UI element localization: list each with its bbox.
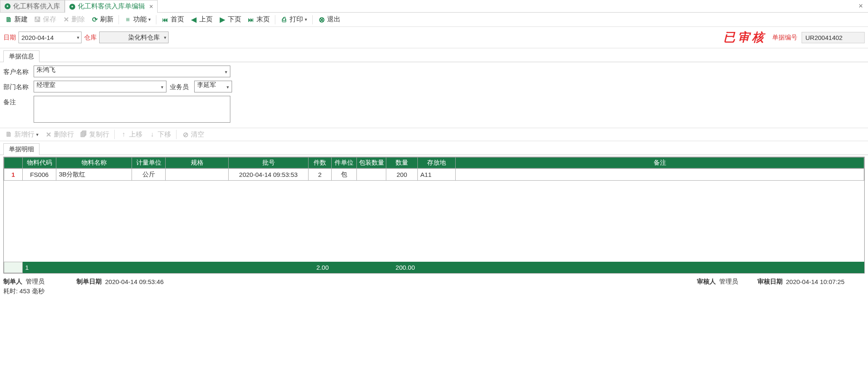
creator-label: 制单人: [3, 278, 22, 286]
save-icon: 🖫: [34, 16, 41, 24]
prev-page-button[interactable]: 上页: [187, 14, 215, 25]
refresh-label: 刷新: [100, 15, 113, 24]
separator: [312, 15, 313, 24]
last-page-button[interactable]: 末页: [245, 14, 272, 25]
delete-row-button[interactable]: ✕ 删除行: [42, 129, 77, 140]
remark-textarea[interactable]: [34, 96, 230, 123]
close-icon[interactable]: ×: [149, 3, 153, 11]
doc-code-value: UR20041402: [805, 34, 842, 41]
new-button[interactable]: 🗎 新建: [3, 14, 30, 25]
delete-button[interactable]: ✕ 删除: [60, 14, 87, 25]
move-down-label: 下移: [158, 130, 171, 139]
cell-remark[interactable]: [456, 169, 864, 181]
arrow-up-icon: [120, 131, 127, 138]
table-row[interactable]: 1 FS006 3B分散红 公斤 2020-04-14 09:53:53 2 包…: [4, 169, 864, 181]
move-down-button[interactable]: 下移: [146, 129, 174, 140]
warehouse-label: 仓库: [84, 34, 97, 42]
delete-row-label: 删除行: [54, 130, 74, 139]
customer-select[interactable]: 朱鸿飞 ▾: [34, 66, 230, 77]
date-value: 2020-04-14: [21, 34, 54, 41]
cell-pcs[interactable]: 2: [309, 169, 332, 181]
section-info-tab[interactable]: 单据信息: [3, 50, 40, 62]
customer-label: 客户名称: [3, 66, 30, 76]
elapsed-time: 耗时: 453 毫秒: [0, 287, 868, 296]
separator: [156, 15, 156, 24]
sales-select[interactable]: 李延军 ▾: [194, 81, 232, 92]
chevron-down-icon: ▾: [164, 35, 166, 40]
col-pcs-unit[interactable]: 件单位: [332, 158, 357, 168]
totals-count: 1: [23, 262, 56, 273]
footer: 制单人 管理员 制单日期 2020-04-14 09:53:46 审核人 管理员…: [0, 274, 868, 287]
main-toolbar: 🗎 新建 🖫 保存 ✕ 删除 刷新 功能 ▾ 首页 上页 下页 末页 打印 ▾: [0, 13, 868, 27]
col-pack-qty[interactable]: 包装数量: [357, 158, 386, 168]
totals-cell: [357, 262, 386, 273]
cell-pcs-unit[interactable]: 包: [332, 169, 357, 181]
next-label: 下页: [228, 15, 241, 24]
print-label: 打印: [290, 15, 303, 24]
doc-code-label: 单据编号: [772, 34, 797, 42]
move-up-label: 上移: [129, 130, 142, 139]
move-up-button[interactable]: 上移: [117, 129, 145, 140]
function-button[interactable]: 功能 ▾: [121, 14, 153, 25]
add-row-label: 新增行: [14, 130, 34, 139]
add-row-button[interactable]: 新增行 ▾: [3, 129, 41, 140]
first-icon: [161, 16, 169, 24]
exit-button[interactable]: 退出: [315, 14, 343, 25]
clear-rows-label: 清空: [191, 130, 204, 139]
dept-value: 经理室: [37, 81, 55, 88]
tab-list[interactable]: ✦ 化工料客供入库: [0, 0, 65, 12]
next-icon: [219, 16, 226, 24]
separator: [176, 130, 177, 139]
first-page-button[interactable]: 首页: [159, 14, 187, 25]
section-detail-tab[interactable]: 单据明细: [3, 143, 40, 155]
cell-rownum: 1: [4, 169, 23, 181]
next-page-button[interactable]: 下页: [216, 14, 244, 25]
col-qty[interactable]: 数量: [386, 158, 418, 168]
warehouse-value: 染化料仓库: [128, 34, 160, 42]
creator-value: 管理员: [26, 278, 45, 286]
tab-edit[interactable]: ✦ 化工料客供入库单编辑 ×: [65, 0, 158, 13]
col-rownum[interactable]: [4, 158, 23, 168]
clear-rows-button[interactable]: 清空: [179, 129, 207, 140]
col-batch[interactable]: 批号: [229, 158, 309, 168]
create-date-value: 2020-04-14 09:53:46: [105, 278, 164, 285]
refresh-button[interactable]: 刷新: [88, 14, 116, 25]
cell-spec[interactable]: [166, 169, 229, 181]
cell-batch[interactable]: 2020-04-14 09:53:53: [229, 169, 309, 181]
grid: 物料代码 物料名称 计量单位 规格 批号 件数 件单位 包装数量 数量 存放地 …: [3, 157, 865, 274]
date-label: 日期: [3, 34, 16, 42]
col-spec[interactable]: 规格: [166, 158, 229, 168]
col-remark[interactable]: 备注: [456, 158, 864, 168]
col-uom[interactable]: 计量单位: [132, 158, 166, 168]
globe-icon: ✦: [69, 4, 75, 10]
cell-pack-qty[interactable]: [357, 169, 386, 181]
cell-loc[interactable]: A11: [418, 169, 456, 181]
date-picker[interactable]: 2020-04-14 ▾: [18, 32, 82, 43]
cell-name[interactable]: 3B分散红: [56, 169, 132, 181]
list-icon: [124, 16, 132, 24]
clear-icon: [182, 131, 189, 138]
col-loc[interactable]: 存放地: [418, 158, 456, 168]
audit-date-label: 审核日期: [757, 278, 783, 286]
warehouse-select[interactable]: 染化料仓库 ▾: [99, 32, 169, 43]
col-code[interactable]: 物料代码: [23, 158, 56, 168]
print-button[interactable]: 打印 ▾: [278, 14, 310, 25]
copy-row-button[interactable]: 复制行: [77, 129, 112, 140]
doc-icon: 🗎: [5, 16, 13, 24]
totals-cell: [229, 262, 309, 273]
dept-select[interactable]: 经理室 ▾: [34, 81, 166, 92]
tab-edit-label: 化工料客供入库单编辑: [78, 2, 145, 11]
filter-bar: 日期 2020-04-14 ▾ 仓库 染化料仓库 ▾ 已审核 单据编号 UR20…: [0, 27, 868, 48]
col-name[interactable]: 物料名称: [56, 158, 132, 168]
totals-blank: [4, 262, 23, 273]
totals-cell: [332, 262, 357, 273]
totals-cell: [132, 262, 166, 273]
cell-qty[interactable]: 200: [386, 169, 418, 181]
close-all-icon[interactable]: ×: [853, 0, 868, 12]
cell-uom[interactable]: 公斤: [132, 169, 166, 181]
col-pcs[interactable]: 件数: [309, 158, 332, 168]
cell-code[interactable]: FS006: [23, 169, 56, 181]
save-button[interactable]: 🖫 保存: [31, 14, 59, 25]
sales-label: 业务员: [170, 81, 191, 91]
form-area: 客户名称 朱鸿飞 ▾ 部门名称 经理室 ▾ 业务员 李延军 ▾ 备注: [0, 62, 868, 128]
